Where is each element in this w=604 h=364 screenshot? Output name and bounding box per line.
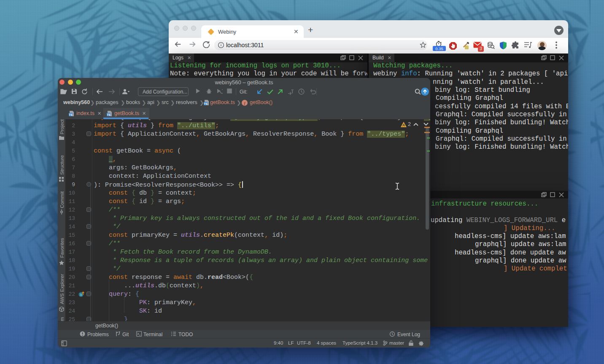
svg-text:λ: λ	[80, 293, 82, 297]
svg-text:A: A	[402, 123, 405, 127]
svg-text:TS: TS	[69, 113, 73, 116]
svg-text:TS: TS	[107, 113, 111, 116]
svg-text:TS: TS	[204, 102, 208, 105]
